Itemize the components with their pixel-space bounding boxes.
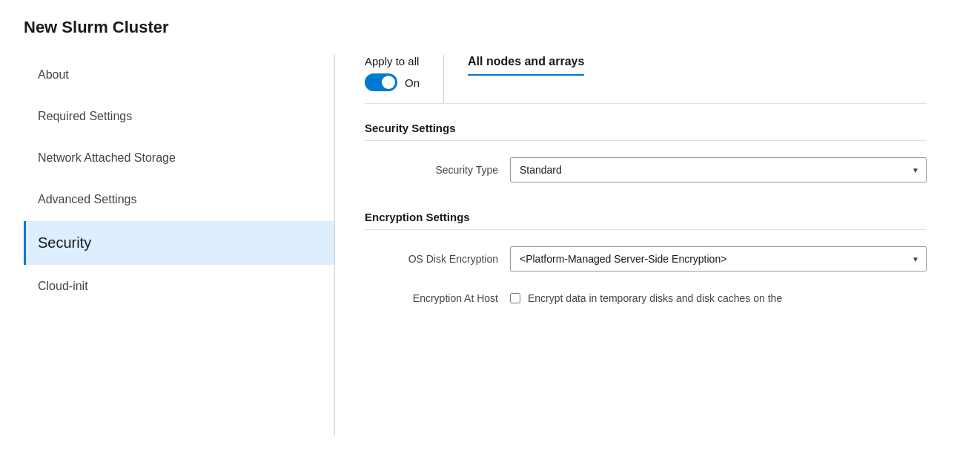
os-disk-encryption-select[interactable]: <Platform-Managed Server-Side Encryption…: [510, 246, 927, 272]
security-type-row: Security Type Standard TrustedLaunch Con…: [365, 147, 927, 193]
os-disk-encryption-row: OS Disk Encryption <Platform-Managed Ser…: [365, 236, 927, 282]
security-type-select[interactable]: Standard TrustedLaunch ConfidentialVM: [510, 157, 927, 182]
sidebar-item-security[interactable]: Security: [24, 221, 334, 265]
main-layout: About Required Settings Network Attached…: [24, 55, 956, 436]
apply-all-toggle[interactable]: [365, 73, 397, 91]
tab-section: All nodes and arrays: [468, 55, 584, 85]
encryption-at-host-label: Encryption At Host: [365, 292, 498, 304]
encryption-settings-section: Encryption Settings OS Disk Encryption <…: [365, 211, 927, 315]
sidebar-item-cloud-init[interactable]: Cloud-init: [24, 266, 334, 306]
security-type-control-wrapper: Standard TrustedLaunch ConfidentialVM: [510, 157, 927, 182]
toggle-row: On: [365, 73, 420, 91]
encryption-at-host-row: Encryption At Host Encrypt data in tempo…: [365, 282, 927, 315]
content-area: Apply to all On All nodes and arrays Sec…: [335, 55, 956, 436]
security-type-label: Security Type: [365, 164, 498, 176]
os-disk-encryption-label: OS Disk Encryption: [365, 253, 498, 265]
sidebar-item-about[interactable]: About: [24, 55, 334, 95]
encryption-at-host-description: Encrypt data in temporary disks and disk…: [528, 292, 782, 304]
sidebar-item-advanced-settings[interactable]: Advanced Settings: [24, 180, 334, 220]
os-disk-encryption-select-wrapper: <Platform-Managed Server-Side Encryption…: [510, 246, 927, 272]
toggle-state-label: On: [405, 76, 420, 89]
security-settings-heading: Security Settings: [365, 122, 927, 141]
encryption-settings-heading: Encryption Settings: [365, 211, 927, 230]
sidebar: About Required Settings Network Attached…: [24, 55, 335, 436]
apply-all-label: Apply to all: [365, 55, 420, 68]
top-controls: Apply to all On All nodes and arrays: [365, 55, 927, 104]
encryption-at-host-checkbox[interactable]: [510, 293, 520, 303]
page-container: New Slurm Cluster About Required Setting…: [0, 0, 980, 454]
sidebar-item-required-settings[interactable]: Required Settings: [24, 96, 334, 136]
encryption-at-host-checkbox-area: Encrypt data in temporary disks and disk…: [510, 292, 782, 304]
os-disk-encryption-control-wrapper: <Platform-Managed Server-Side Encryption…: [510, 246, 927, 272]
page-title: New Slurm Cluster: [24, 18, 956, 37]
apply-all-section: Apply to all On: [365, 55, 444, 103]
security-settings-section: Security Settings Security Type Standard…: [365, 122, 927, 193]
tab-all-nodes[interactable]: All nodes and arrays: [468, 55, 584, 76]
security-type-select-wrapper: Standard TrustedLaunch ConfidentialVM: [510, 157, 927, 182]
sidebar-item-network-attached-storage[interactable]: Network Attached Storage: [24, 138, 334, 178]
